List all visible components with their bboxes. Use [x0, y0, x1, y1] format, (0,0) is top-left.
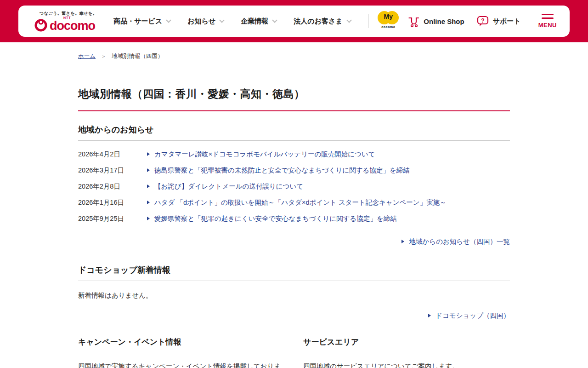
bottom-columns: キャンペーン・イベント情報 四国地域で実施するキャンペーン・イベント情報を掲載し…: [78, 337, 510, 368]
header-band: つなごう。驚きを。幸せを。 NTT docomo 商品・サービス お知らせ 企業…: [0, 0, 588, 42]
news-link[interactable]: 徳島県警察と「犯罪被害の未然防止と安全で安心なまちづくりに関する協定」を締結: [147, 166, 410, 175]
regional-news-heading: 地域からのお知らせ: [78, 124, 510, 141]
header: つなごう。驚きを。幸せを。 NTT docomo 商品・サービス お知らせ 企業…: [18, 6, 570, 37]
nav-item-business[interactable]: 法人のお客さま: [294, 17, 351, 26]
breadcrumb: ホーム ＞ 地域別情報（四国）: [78, 52, 510, 60]
page-title: 地域別情報（四国：香川・愛媛・高知・徳島）: [78, 87, 510, 111]
regional-news-more-row: 地域からのお知らせ（四国）一覧: [78, 237, 510, 246]
service-area-body: 四国地域のサービスエリアについてご案内します。: [303, 362, 510, 368]
breadcrumb-separator: ＞: [101, 53, 106, 60]
online-shop-label: Online Shop: [424, 17, 464, 25]
nav-item-news[interactable]: お知らせ: [187, 17, 224, 26]
chevron-down-icon: [346, 17, 351, 23]
shop-news-more-link[interactable]: ドコモショップ（四国）: [428, 311, 510, 320]
campaign-heading: キャンペーン・イベント情報: [78, 337, 285, 354]
my-docomo-button[interactable]: My docomo: [377, 11, 399, 31]
news-date: 2026年2月8日: [78, 182, 147, 191]
breadcrumb-home-link[interactable]: ホーム: [78, 52, 96, 60]
cart-icon: [407, 15, 420, 28]
logo-text: docomo: [50, 20, 95, 32]
menu-bar-icon: [542, 14, 554, 15]
header-right: My docomo Online Shop: [368, 11, 557, 31]
news-date: 2025年9月25日: [78, 214, 147, 223]
regional-news-more-link[interactable]: 地域からのお知らせ（四国）一覧: [401, 237, 510, 246]
logo-ntt-text: NTT: [63, 16, 71, 19]
nav-item-corporate[interactable]: 企業情報: [241, 17, 277, 26]
service-area-column: サービスエリア 四国地域のサービスエリアについてご案内します。: [303, 337, 510, 368]
shop-news-empty-text: 新着情報はありません。: [78, 291, 510, 300]
header-divider: [368, 14, 369, 28]
arrow-right-icon: [147, 217, 150, 220]
nav-item-products[interactable]: 商品・サービス: [113, 17, 170, 26]
arrow-right-icon: [147, 184, 150, 188]
menu-button[interactable]: MENU: [538, 14, 557, 29]
menu-bar-icon: [542, 17, 554, 19]
question-bubble-icon: ?: [476, 15, 489, 28]
docomo-mark-icon: [34, 18, 48, 32]
chevron-down-icon: [166, 17, 171, 23]
news-row: 2026年4月2日 カマタマーレ讃岐×ドコモコラボモバイルバッテリーの販売開始に…: [78, 146, 510, 162]
arrow-right-icon: [147, 152, 150, 156]
news-link[interactable]: カマタマーレ讃岐×ドコモコラボモバイルバッテリーの販売開始について: [147, 150, 375, 159]
arrow-right-icon: [147, 168, 150, 172]
support-button[interactable]: ? サポート: [476, 15, 521, 28]
shop-news-more-row: ドコモショップ（四国）: [78, 311, 510, 320]
arrow-right-icon: [147, 201, 150, 204]
campaign-column: キャンペーン・イベント情報 四国地域で実施するキャンペーン・イベント情報を掲載し…: [78, 337, 285, 368]
news-link[interactable]: 【お詫び】ダイレクトメールの送付誤りについて: [147, 182, 303, 191]
news-row: 2026年3月17日 徳島県警察と「犯罪被害の未然防止と安全で安心なまちづくりに…: [78, 162, 510, 178]
news-link[interactable]: 愛媛県警察と「犯罪の起きにくい安全で安心なまちづくりに関する協定」を締結: [147, 214, 397, 223]
news-date: 2026年1月16日: [78, 198, 147, 207]
online-shop-button[interactable]: Online Shop: [407, 15, 464, 28]
main-nav: 商品・サービス お知らせ 企業情報 法人のお客さま: [113, 17, 351, 26]
news-row: 2025年9月25日 愛媛県警察と「犯罪の起きにくい安全で安心なまちづくりに関す…: [78, 211, 510, 227]
news-row: 2026年2月8日 【お詫び】ダイレクトメールの送付誤りについて: [78, 178, 510, 195]
arrow-right-icon: [401, 240, 404, 243]
news-date: 2026年3月17日: [78, 166, 147, 175]
support-label: サポート: [493, 17, 521, 26]
chevron-down-icon: [220, 17, 225, 23]
docomo-logo[interactable]: つなごう。驚きを。幸せを。 NTT docomo: [34, 11, 97, 32]
breadcrumb-current: 地域別情報（四国）: [112, 52, 164, 60]
news-date: 2026年4月2日: [78, 150, 147, 159]
chevron-down-icon: [272, 17, 277, 23]
arrow-right-icon: [428, 314, 431, 317]
shop-news-heading: ドコモショップ新着情報: [78, 264, 510, 281]
campaign-body: 四国地域で実施するキャンペーン・イベント情報を掲載しております。: [78, 362, 285, 368]
news-row: 2026年1月16日 ハタダ 「dポイント」の取扱いを開始～「ハタダ×dポイント…: [78, 195, 510, 211]
news-link[interactable]: ハタダ 「dポイント」の取扱いを開始～「ハタダ×dポイント スタート記念キャンペ…: [147, 198, 447, 207]
main-content: ホーム ＞ 地域別情報（四国） 地域別情報（四国：香川・愛媛・高知・徳島） 地域…: [78, 52, 510, 368]
service-area-heading: サービスエリア: [303, 337, 510, 354]
svg-text:?: ?: [481, 17, 484, 24]
regional-news-list: 2026年4月2日 カマタマーレ讃岐×ドコモコラボモバイルバッテリーの販売開始に…: [78, 146, 510, 227]
